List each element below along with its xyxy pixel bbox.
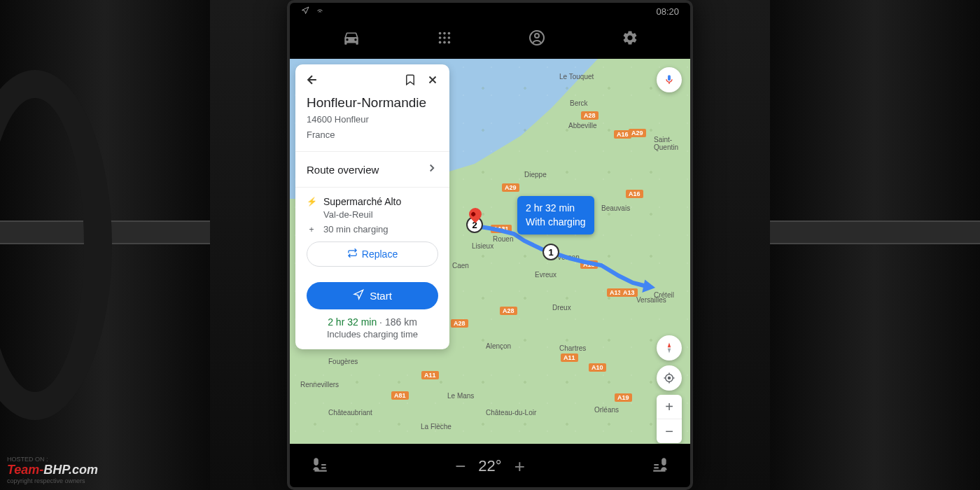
temp-up-button[interactable]: +: [514, 456, 525, 477]
road-badge: A29: [629, 129, 646, 137]
zoom-in-button[interactable]: +: [657, 395, 682, 419]
trip-summary: 2 hr 32 min · 186 km Includes charging t…: [307, 316, 438, 340]
city-label: Rennevillers: [300, 381, 339, 388]
seat-passenger-icon[interactable]: [651, 456, 669, 477]
clock: 08:20: [656, 6, 679, 17]
route-overview-row[interactable]: Route overview: [295, 152, 449, 188]
svg-point-12: [668, 377, 671, 379]
watermark-copyright: copyright respective owners: [7, 477, 98, 484]
start-button[interactable]: Start: [307, 282, 438, 309]
car-icon[interactable]: [342, 29, 360, 50]
road-badge: A11: [421, 371, 439, 379]
svg-point-0: [438, 32, 441, 35]
city-label: Dieppe: [524, 171, 547, 178]
apps-grid-icon[interactable]: [437, 30, 452, 48]
compass-button[interactable]: [657, 335, 682, 360]
charging-stop-section: ⚡ Supermarché Alto Val-de-Reuil + 30 min…: [295, 188, 449, 275]
temp-down-button[interactable]: −: [455, 456, 465, 477]
zoom-out-button[interactable]: −: [657, 419, 682, 443]
bookmark-icon[interactable]: [402, 71, 419, 88]
road-badge: A131: [491, 225, 512, 233]
watermark-brand-1: Team-: [7, 463, 43, 477]
card-header: [295, 64, 449, 95]
city-label: Fougères: [328, 358, 358, 365]
close-icon[interactable]: [424, 71, 441, 88]
svg-point-1: [443, 32, 446, 35]
city-label: Rouen: [493, 235, 513, 243]
city-label: Lisieux: [472, 242, 493, 250]
road-badge: A11: [561, 354, 578, 362]
road-badge: A29: [502, 183, 519, 192]
navigate-icon: [353, 289, 364, 302]
destination-address-2: France: [307, 129, 438, 141]
svg-point-6: [438, 41, 441, 44]
svg-point-2: [447, 32, 450, 35]
route-tooltip: 2 hr 32 min With charging: [517, 196, 594, 234]
road-badge: A81: [391, 391, 409, 400]
road-badge: A19: [615, 393, 632, 402]
chevron-right-icon: [426, 162, 438, 177]
svg-point-5: [447, 36, 450, 39]
bolt-icon: ⚡: [307, 197, 316, 206]
city-label: Vernon: [557, 253, 580, 261]
start-label: Start: [370, 290, 392, 302]
road-badge: A13: [620, 288, 638, 297]
car-interior-right: [770, 0, 980, 490]
road-badge: A16: [626, 190, 643, 198]
tooltip-duration: 2 hr 32 min: [526, 202, 586, 216]
profile-icon[interactable]: [528, 29, 545, 49]
replace-button[interactable]: Replace: [307, 241, 438, 267]
svg-point-10: [535, 34, 539, 38]
plus-icon: +: [307, 225, 316, 234]
destination-address-1: 14600 Honfleur: [307, 113, 438, 126]
watermark-hosted: HOSTED ON :: [7, 456, 98, 463]
temperature-display: 22°: [478, 457, 501, 475]
voice-mic-button[interactable]: [657, 67, 682, 92]
city-label: Le Mans: [447, 392, 474, 400]
city-label: La Flèche: [421, 423, 451, 430]
city-label: Chartres: [559, 344, 586, 352]
settings-gear-icon[interactable]: [622, 29, 638, 49]
waypoint-1[interactable]: 1: [542, 244, 559, 260]
location-icon: [301, 6, 309, 17]
stop-location: Val-de-Reuil: [323, 209, 438, 220]
svg-point-3: [438, 36, 441, 39]
watermark-brand-2: BHP.com: [43, 463, 98, 477]
climate-bar: − 22° +: [290, 445, 690, 487]
trip-distance: 186 km: [385, 316, 417, 328]
wifi-icon: [315, 6, 325, 17]
zoom-controls: + −: [657, 395, 682, 443]
back-button[interactable]: [304, 71, 321, 88]
city-label: Créteil: [654, 291, 674, 299]
destination-name: Honfleur-Normandie: [307, 95, 438, 111]
route-info-card: Honfleur-Normandie 14600 Honfleur France…: [295, 64, 449, 349]
watermark: HOSTED ON : Team-BHP.com copyright respe…: [7, 456, 98, 484]
locate-me-button[interactable]: [657, 365, 682, 391]
car-interior-left: [0, 0, 210, 490]
steering-wheel: [0, 70, 112, 420]
road-badge: A10: [589, 363, 606, 372]
city-label: Beauvais: [601, 204, 630, 212]
stop-name: Supermarché Alto: [323, 196, 401, 207]
tooltip-note: With charging: [526, 216, 586, 230]
road-badge: A28: [451, 319, 468, 328]
city-label: Saint-Quentin: [654, 136, 690, 151]
city-label: Alençon: [486, 342, 511, 350]
trip-note: Includes charging time: [307, 329, 438, 340]
status-bar: 08:20: [290, 3, 690, 20]
city-label: Dreux: [552, 304, 571, 312]
infotainment-screen: 08:20 Le Touquet Berck Abbeville: [287, 0, 693, 490]
city-label: Le Touquet: [559, 73, 594, 80]
stop-charging-time: 30 min charging: [323, 224, 388, 234]
seat-driver-icon[interactable]: [311, 456, 329, 477]
map-viewport[interactable]: Le Touquet Berck Abbeville Dieppe Beauva…: [290, 59, 690, 444]
route-overview-label: Route overview: [307, 164, 379, 176]
swap-icon: [347, 248, 358, 260]
svg-point-8: [447, 41, 450, 44]
city-label: Orléans: [594, 406, 619, 414]
svg-point-4: [443, 36, 446, 39]
city-label: Caen: [452, 262, 469, 270]
city-label: Berck: [570, 99, 588, 107]
city-label: Châteaubriant: [328, 409, 372, 416]
city-label: Evreux: [535, 271, 556, 279]
